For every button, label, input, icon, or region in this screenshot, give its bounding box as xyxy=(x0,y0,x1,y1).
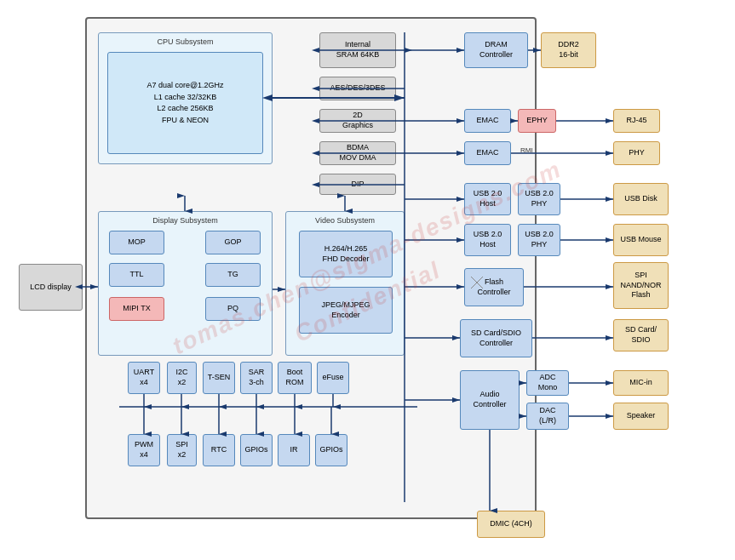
tg-block: TG xyxy=(205,263,261,287)
bdma-block: BDMAMOV DMA xyxy=(319,141,396,165)
usb-host2-block: USB 2.0Host xyxy=(464,224,511,256)
ephy-block: EPHY xyxy=(518,109,556,133)
boot-rom-block: BootROM xyxy=(278,362,312,394)
video-title: Video Subsystem xyxy=(286,216,404,225)
uart-block: UARTx4 xyxy=(128,362,160,394)
audio-ctrl-block: AudioController xyxy=(460,370,520,430)
ir-block: IR xyxy=(278,434,310,466)
boot-rom-label: BootROM xyxy=(286,368,304,387)
h264-label: H.264/H.265FHD Decoder xyxy=(322,244,369,264)
gop-label: GOP xyxy=(224,237,241,248)
dip-block: DIP xyxy=(319,174,396,195)
gpios1-block: GPIOs xyxy=(240,434,273,466)
rmi-label: RMI xyxy=(520,146,533,154)
sdcard-ctrl-block: SD Card/SDIOController xyxy=(460,319,532,357)
emac1-block: EMAC xyxy=(464,109,511,133)
display-subsystem: Display Subsystem MOP GOP TTL TG MIPI TX… xyxy=(98,211,273,356)
speaker-block: Speaker xyxy=(613,403,669,430)
phy-block: PHY xyxy=(613,141,660,165)
mipi-tx-label: MIPI TX xyxy=(123,304,150,314)
pwm-label: PWMx4 xyxy=(135,440,153,460)
cpu-core-block: A7 dual core@1.2GHzL1 cache 32/32KBL2 ca… xyxy=(107,52,263,154)
phy-label: PHY xyxy=(629,148,645,158)
usb-host2-label: USB 2.0Host xyxy=(474,230,502,249)
spi2-block: SPIx2 xyxy=(167,434,197,466)
jpeg-label: JPEG/MJPEGEncoder xyxy=(321,300,370,320)
mop-block: MOP xyxy=(109,231,164,254)
usb-disk-label: USB Disk xyxy=(624,194,657,204)
ttl-block: TTL xyxy=(109,263,164,287)
rj45-block: RJ-45 xyxy=(613,109,660,133)
dac-label: DAC(L/R) xyxy=(539,406,556,426)
mop-label: MOP xyxy=(128,237,146,248)
uart-label: UARTx4 xyxy=(134,368,154,387)
usb-mouse-block: USB Mouse xyxy=(613,224,669,256)
pwm-block: PWMx4 xyxy=(128,434,160,466)
pq-label: PQ xyxy=(227,304,238,314)
adc-label: ADCMono xyxy=(538,373,558,392)
emac2-block: EMAC xyxy=(464,141,511,165)
emac1-label: EMAC xyxy=(476,116,498,126)
cpu-subsystem: CPU Subsystem A7 dual core@1.2GHzL1 cach… xyxy=(98,32,273,164)
rj45-label: RJ-45 xyxy=(626,116,646,126)
audio-ctrl-label: AudioController xyxy=(473,390,506,409)
mipi-tx-block: MIPI TX xyxy=(109,297,164,321)
ir-label: IR xyxy=(290,445,298,455)
adc-block: ADCMono xyxy=(526,370,569,396)
sram-label: InternalSRAM 64KB xyxy=(336,40,380,60)
sar-block: SAR3-ch xyxy=(240,362,273,394)
efuse-label: eFuse xyxy=(322,373,343,383)
mic-in-block: MIC-in xyxy=(613,370,669,396)
spi-nand-block: SPINAND/NORFlash xyxy=(613,262,669,309)
internal-sram-block: InternalSRAM 64KB xyxy=(319,32,396,68)
video-subsystem: Video Subsystem H.264/H.265FHD Decoder J… xyxy=(285,211,405,356)
emac2-label: EMAC xyxy=(476,148,498,158)
tsen-block: T-SEN xyxy=(203,362,235,394)
dmic-label: DMIC (4CH) xyxy=(490,519,532,529)
usb-host1-block: USB 2.0Host xyxy=(464,183,511,215)
usb-phy2-label: USB 2.0PHY xyxy=(525,230,554,249)
bdma-label: BDMAMOV DMA xyxy=(339,143,376,163)
sdcard-ctrl-label: SD Card/SDIOController xyxy=(471,329,521,348)
usb-disk-block: USB Disk xyxy=(613,183,669,215)
dac-block: DAC(L/R) xyxy=(526,403,569,430)
usb-phy1-label: USB 2.0PHY xyxy=(525,189,554,209)
rtc-block: RTC xyxy=(203,434,235,466)
sdcard-label: SD Card/SDIO xyxy=(625,325,657,345)
2d-label: 2DGraphics xyxy=(342,111,373,130)
pq-block: PQ xyxy=(205,297,261,321)
i2c-label: I2Cx2 xyxy=(175,368,187,387)
ddr2-label: DDR216-bit xyxy=(558,40,579,60)
speaker-label: Speaker xyxy=(627,411,656,421)
tg-label: TG xyxy=(227,270,238,280)
usb-phy1-block: USB 2.0PHY xyxy=(518,183,560,215)
flash-ctrl-block: FlashController xyxy=(464,268,524,306)
dram-ctrl-label: DRAMController xyxy=(479,40,513,60)
gpios1-label: GPIOs xyxy=(244,445,267,455)
efuse-block: eFuse xyxy=(317,362,349,394)
spi-nand-label: SPINAND/NORFlash xyxy=(620,271,661,300)
2d-graphics-block: 2DGraphics xyxy=(319,109,396,133)
usb-host1-label: USB 2.0Host xyxy=(474,189,502,209)
dram-controller-block: DRAMController xyxy=(464,32,528,68)
flash-ctrl-label: FlashController xyxy=(477,277,510,297)
sar-label: SAR3-ch xyxy=(249,368,265,387)
jpeg-block: JPEG/MJPEGEncoder xyxy=(299,287,393,334)
lcd-label: LCD display xyxy=(30,283,72,293)
dmic-block: DMIC (4CH) xyxy=(477,511,545,538)
mic-in-label: MIC-in xyxy=(629,378,652,388)
ephy-label: EPHY xyxy=(526,116,548,126)
aes-label: AES/DES/3DES xyxy=(330,83,385,94)
lcd-display-block: LCD display xyxy=(19,264,83,311)
ttl-label: TTL xyxy=(129,270,143,280)
h264-block: H.264/H.265FHD Decoder xyxy=(299,231,393,277)
usb-mouse-label: USB Mouse xyxy=(620,235,661,245)
rtc-label: RTC xyxy=(211,445,227,455)
gpios2-block: GPIOs xyxy=(315,434,347,466)
gop-block: GOP xyxy=(205,231,261,254)
sdcard-block: SD Card/SDIO xyxy=(613,319,669,351)
dip-label: DIP xyxy=(351,180,364,190)
aes-block: AES/DES/3DES xyxy=(319,77,396,100)
i2c-block: I2Cx2 xyxy=(167,362,197,394)
ddr2-block: DDR216-bit xyxy=(541,32,596,68)
